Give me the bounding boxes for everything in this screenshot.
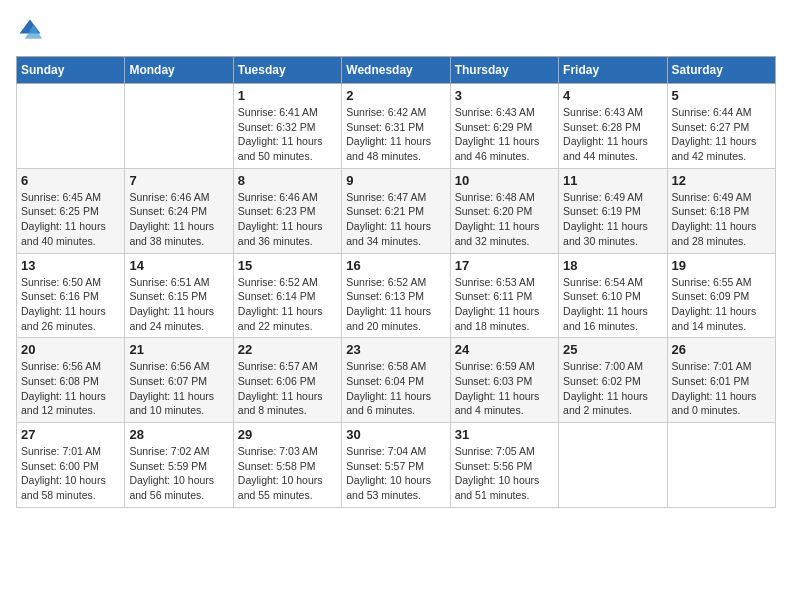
calendar-cell: 25Sunrise: 7:00 AM Sunset: 6:02 PM Dayli… [559, 338, 667, 423]
calendar-cell [559, 423, 667, 508]
calendar-cell: 14Sunrise: 6:51 AM Sunset: 6:15 PM Dayli… [125, 253, 233, 338]
day-number: 12 [672, 173, 771, 188]
cell-details: Sunrise: 6:56 AM Sunset: 6:08 PM Dayligh… [21, 359, 120, 418]
calendar-cell: 1Sunrise: 6:41 AM Sunset: 6:32 PM Daylig… [233, 84, 341, 169]
day-number: 28 [129, 427, 228, 442]
header-thursday: Thursday [450, 57, 558, 84]
day-number: 15 [238, 258, 337, 273]
header-wednesday: Wednesday [342, 57, 450, 84]
calendar-cell: 24Sunrise: 6:59 AM Sunset: 6:03 PM Dayli… [450, 338, 558, 423]
calendar-table: SundayMondayTuesdayWednesdayThursdayFrid… [16, 56, 776, 508]
day-number: 18 [563, 258, 662, 273]
day-number: 8 [238, 173, 337, 188]
day-number: 1 [238, 88, 337, 103]
calendar-cell: 18Sunrise: 6:54 AM Sunset: 6:10 PM Dayli… [559, 253, 667, 338]
calendar-cell: 30Sunrise: 7:04 AM Sunset: 5:57 PM Dayli… [342, 423, 450, 508]
calendar-cell [125, 84, 233, 169]
cell-details: Sunrise: 6:52 AM Sunset: 6:13 PM Dayligh… [346, 275, 445, 334]
calendar-cell: 2Sunrise: 6:42 AM Sunset: 6:31 PM Daylig… [342, 84, 450, 169]
calendar-cell: 19Sunrise: 6:55 AM Sunset: 6:09 PM Dayli… [667, 253, 775, 338]
cell-details: Sunrise: 6:51 AM Sunset: 6:15 PM Dayligh… [129, 275, 228, 334]
header-sunday: Sunday [17, 57, 125, 84]
cell-details: Sunrise: 6:44 AM Sunset: 6:27 PM Dayligh… [672, 105, 771, 164]
cell-details: Sunrise: 6:59 AM Sunset: 6:03 PM Dayligh… [455, 359, 554, 418]
day-number: 29 [238, 427, 337, 442]
day-number: 20 [21, 342, 120, 357]
calendar-cell: 20Sunrise: 6:56 AM Sunset: 6:08 PM Dayli… [17, 338, 125, 423]
calendar-cell: 15Sunrise: 6:52 AM Sunset: 6:14 PM Dayli… [233, 253, 341, 338]
cell-details: Sunrise: 6:47 AM Sunset: 6:21 PM Dayligh… [346, 190, 445, 249]
calendar-cell: 28Sunrise: 7:02 AM Sunset: 5:59 PM Dayli… [125, 423, 233, 508]
day-number: 16 [346, 258, 445, 273]
calendar-cell: 27Sunrise: 7:01 AM Sunset: 6:00 PM Dayli… [17, 423, 125, 508]
calendar-cell: 8Sunrise: 6:46 AM Sunset: 6:23 PM Daylig… [233, 168, 341, 253]
calendar-cell: 4Sunrise: 6:43 AM Sunset: 6:28 PM Daylig… [559, 84, 667, 169]
day-number: 19 [672, 258, 771, 273]
header-friday: Friday [559, 57, 667, 84]
cell-details: Sunrise: 6:55 AM Sunset: 6:09 PM Dayligh… [672, 275, 771, 334]
day-number: 2 [346, 88, 445, 103]
cell-details: Sunrise: 6:43 AM Sunset: 6:28 PM Dayligh… [563, 105, 662, 164]
day-number: 31 [455, 427, 554, 442]
calendar-cell: 23Sunrise: 6:58 AM Sunset: 6:04 PM Dayli… [342, 338, 450, 423]
logo-icon [16, 16, 44, 44]
cell-details: Sunrise: 6:53 AM Sunset: 6:11 PM Dayligh… [455, 275, 554, 334]
cell-details: Sunrise: 6:50 AM Sunset: 6:16 PM Dayligh… [21, 275, 120, 334]
header-tuesday: Tuesday [233, 57, 341, 84]
day-number: 30 [346, 427, 445, 442]
cell-details: Sunrise: 6:56 AM Sunset: 6:07 PM Dayligh… [129, 359, 228, 418]
calendar-cell: 26Sunrise: 7:01 AM Sunset: 6:01 PM Dayli… [667, 338, 775, 423]
cell-details: Sunrise: 6:46 AM Sunset: 6:24 PM Dayligh… [129, 190, 228, 249]
calendar-cell: 10Sunrise: 6:48 AM Sunset: 6:20 PM Dayli… [450, 168, 558, 253]
cell-details: Sunrise: 6:42 AM Sunset: 6:31 PM Dayligh… [346, 105, 445, 164]
day-number: 9 [346, 173, 445, 188]
cell-details: Sunrise: 6:43 AM Sunset: 6:29 PM Dayligh… [455, 105, 554, 164]
cell-details: Sunrise: 6:45 AM Sunset: 6:25 PM Dayligh… [21, 190, 120, 249]
day-number: 22 [238, 342, 337, 357]
day-number: 5 [672, 88, 771, 103]
day-number: 23 [346, 342, 445, 357]
day-number: 11 [563, 173, 662, 188]
calendar-cell: 5Sunrise: 6:44 AM Sunset: 6:27 PM Daylig… [667, 84, 775, 169]
day-number: 13 [21, 258, 120, 273]
cell-details: Sunrise: 6:52 AM Sunset: 6:14 PM Dayligh… [238, 275, 337, 334]
day-number: 14 [129, 258, 228, 273]
cell-details: Sunrise: 6:57 AM Sunset: 6:06 PM Dayligh… [238, 359, 337, 418]
calendar-cell: 17Sunrise: 6:53 AM Sunset: 6:11 PM Dayli… [450, 253, 558, 338]
calendar-cell [667, 423, 775, 508]
logo [16, 16, 48, 44]
cell-details: Sunrise: 7:00 AM Sunset: 6:02 PM Dayligh… [563, 359, 662, 418]
day-number: 7 [129, 173, 228, 188]
calendar-week-2: 6Sunrise: 6:45 AM Sunset: 6:25 PM Daylig… [17, 168, 776, 253]
cell-details: Sunrise: 7:01 AM Sunset: 6:00 PM Dayligh… [21, 444, 120, 503]
cell-details: Sunrise: 7:05 AM Sunset: 5:56 PM Dayligh… [455, 444, 554, 503]
day-number: 3 [455, 88, 554, 103]
cell-details: Sunrise: 7:01 AM Sunset: 6:01 PM Dayligh… [672, 359, 771, 418]
calendar-cell: 11Sunrise: 6:49 AM Sunset: 6:19 PM Dayli… [559, 168, 667, 253]
calendar-cell: 6Sunrise: 6:45 AM Sunset: 6:25 PM Daylig… [17, 168, 125, 253]
calendar-cell: 13Sunrise: 6:50 AM Sunset: 6:16 PM Dayli… [17, 253, 125, 338]
calendar-cell: 22Sunrise: 6:57 AM Sunset: 6:06 PM Dayli… [233, 338, 341, 423]
calendar-week-1: 1Sunrise: 6:41 AM Sunset: 6:32 PM Daylig… [17, 84, 776, 169]
day-number: 24 [455, 342, 554, 357]
calendar-cell: 21Sunrise: 6:56 AM Sunset: 6:07 PM Dayli… [125, 338, 233, 423]
cell-details: Sunrise: 6:48 AM Sunset: 6:20 PM Dayligh… [455, 190, 554, 249]
calendar-header-row: SundayMondayTuesdayWednesdayThursdayFrid… [17, 57, 776, 84]
cell-details: Sunrise: 6:46 AM Sunset: 6:23 PM Dayligh… [238, 190, 337, 249]
cell-details: Sunrise: 6:41 AM Sunset: 6:32 PM Dayligh… [238, 105, 337, 164]
calendar-week-5: 27Sunrise: 7:01 AM Sunset: 6:00 PM Dayli… [17, 423, 776, 508]
cell-details: Sunrise: 7:02 AM Sunset: 5:59 PM Dayligh… [129, 444, 228, 503]
calendar-week-3: 13Sunrise: 6:50 AM Sunset: 6:16 PM Dayli… [17, 253, 776, 338]
calendar-cell: 12Sunrise: 6:49 AM Sunset: 6:18 PM Dayli… [667, 168, 775, 253]
cell-details: Sunrise: 7:03 AM Sunset: 5:58 PM Dayligh… [238, 444, 337, 503]
day-number: 6 [21, 173, 120, 188]
day-number: 4 [563, 88, 662, 103]
cell-details: Sunrise: 6:49 AM Sunset: 6:19 PM Dayligh… [563, 190, 662, 249]
cell-details: Sunrise: 6:54 AM Sunset: 6:10 PM Dayligh… [563, 275, 662, 334]
day-number: 25 [563, 342, 662, 357]
calendar-cell: 31Sunrise: 7:05 AM Sunset: 5:56 PM Dayli… [450, 423, 558, 508]
cell-details: Sunrise: 6:49 AM Sunset: 6:18 PM Dayligh… [672, 190, 771, 249]
page-header [16, 16, 776, 44]
cell-details: Sunrise: 6:58 AM Sunset: 6:04 PM Dayligh… [346, 359, 445, 418]
calendar-cell: 29Sunrise: 7:03 AM Sunset: 5:58 PM Dayli… [233, 423, 341, 508]
